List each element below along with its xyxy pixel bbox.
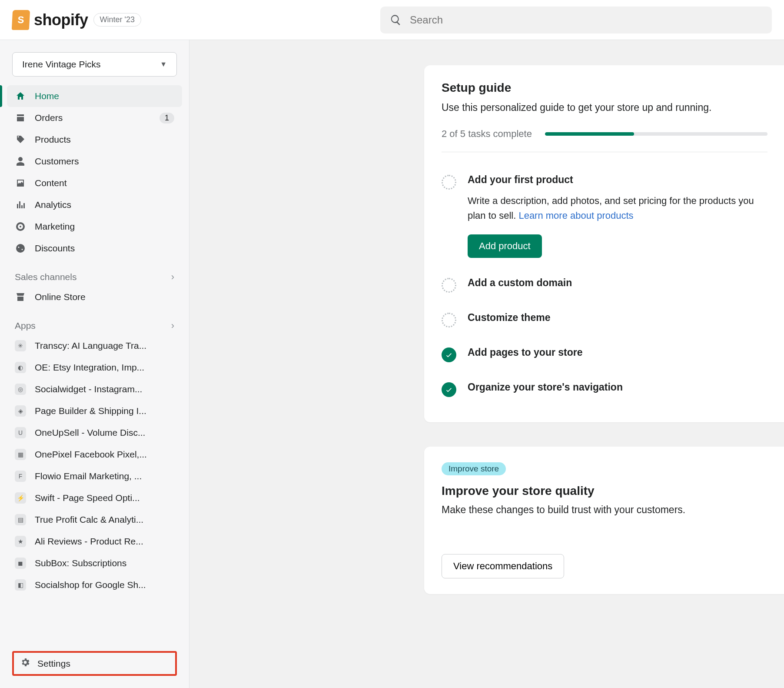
app-item[interactable]: ◎Socialwidget - Instagram...: [7, 378, 182, 400]
orders-badge: 1: [159, 113, 174, 124]
setup-guide-subtitle: Use this personalized guide to get your …: [442, 102, 767, 114]
app-item[interactable]: ★Ali Reviews - Product Re...: [7, 531, 182, 552]
app-label: SubBox: Subscriptions: [35, 558, 174, 568]
apps-list: ✳Transcy: AI Language Tra... ◐OE: Etsy I…: [0, 335, 189, 596]
app-icon: ⚡: [15, 492, 26, 504]
nav-item-home[interactable]: Home: [7, 85, 182, 107]
discounts-icon: [15, 243, 26, 254]
nav-item-discounts[interactable]: Discounts: [7, 237, 182, 259]
app-icon: F: [15, 471, 26, 482]
sidebar: Irene Vintage Picks ▼ Home Orders 1 Prod…: [0, 40, 189, 688]
app-icon: ✳: [15, 340, 26, 351]
app-label: OE: Etsy Integration, Imp...: [35, 362, 174, 373]
top-header: shopify Winter '23: [0, 0, 784, 40]
nav-item-marketing[interactable]: Marketing: [7, 216, 182, 237]
task-title: Customize theme: [468, 312, 767, 324]
task-title: Add your first product: [468, 174, 767, 186]
app-label: True Profit Calc & Analyti...: [35, 514, 174, 525]
search-box[interactable]: [380, 7, 772, 33]
app-item[interactable]: ▦OnePixel Facebook Pixel,...: [7, 444, 182, 465]
add-product-button[interactable]: Add product: [468, 234, 542, 258]
app-icon: ◈: [15, 405, 26, 417]
nav-item-customers[interactable]: Customers: [7, 150, 182, 172]
store-selector[interactable]: Irene Vintage Picks ▼: [12, 52, 177, 77]
app-icon: ◎: [15, 384, 26, 395]
learn-more-link[interactable]: Learn more about products: [518, 210, 633, 221]
winter-badge[interactable]: Winter '23: [93, 13, 141, 27]
app-item[interactable]: ◈Page Builder & Shipping I...: [7, 400, 182, 422]
setup-guide-card: Setup guide Use this personalized guide …: [424, 65, 784, 422]
search-container: [380, 7, 772, 33]
app-item[interactable]: ▤True Profit Calc & Analyti...: [7, 509, 182, 531]
content-icon: [15, 177, 26, 189]
nav-item-online-store[interactable]: Online Store: [7, 286, 182, 308]
search-input[interactable]: [410, 14, 762, 26]
nav-label: Home: [35, 91, 174, 101]
orders-icon: [15, 112, 26, 124]
products-icon: [15, 134, 26, 145]
app-label: Socialshop for Google Sh...: [35, 580, 174, 590]
nav-label: Products: [35, 134, 174, 145]
task-title: Add a custom domain: [468, 277, 767, 289]
nav-section-apps[interactable]: Apps ›: [0, 320, 189, 335]
layout-body: Irene Vintage Picks ▼ Home Orders 1 Prod…: [0, 40, 784, 688]
nav-item-analytics[interactable]: Analytics: [7, 194, 182, 216]
setup-task-add-pages[interactable]: Add pages to your store: [442, 337, 767, 372]
nav-item-content[interactable]: Content: [7, 172, 182, 194]
setup-task-add-product[interactable]: Add your first product Write a descripti…: [442, 164, 767, 267]
sales-channels-list: Online Store: [0, 286, 189, 308]
app-label: Page Builder & Shipping I...: [35, 406, 174, 416]
app-item[interactable]: ◐OE: Etsy Integration, Imp...: [7, 357, 182, 378]
task-title: Add pages to your store: [468, 347, 767, 358]
app-item[interactable]: FFlowio Email Marketing, ...: [7, 465, 182, 487]
app-label: Ali Reviews - Product Re...: [35, 536, 174, 547]
task-title: Organize your store's navigation: [468, 381, 767, 393]
gear-icon: [20, 657, 30, 670]
task-done-icon: [442, 382, 456, 397]
task-status-icon: [442, 175, 456, 190]
app-item[interactable]: UOneUpSell - Volume Disc...: [7, 422, 182, 444]
customers-icon: [15, 156, 26, 167]
store-icon: [15, 291, 26, 303]
app-item[interactable]: ◼SubBox: Subscriptions: [7, 552, 182, 574]
setup-task-custom-domain[interactable]: Add a custom domain: [442, 267, 767, 302]
app-icon: ◼: [15, 558, 26, 569]
app-label: OneUpSell - Volume Disc...: [35, 427, 174, 438]
progress-bar: [545, 132, 767, 136]
nav-item-settings[interactable]: Settings: [12, 651, 177, 676]
nav-section-sales-channels[interactable]: Sales channels ›: [0, 271, 189, 286]
progress-row: 2 of 5 tasks complete: [442, 128, 767, 152]
task-description: Write a description, add photos, and set…: [468, 194, 767, 223]
nav-label: Online Store: [35, 292, 174, 302]
nav-label: Orders: [35, 113, 151, 123]
nav-item-products[interactable]: Products: [7, 129, 182, 150]
chevron-down-icon: ▼: [160, 60, 167, 68]
setup-guide-title: Setup guide: [442, 81, 767, 95]
brand-name: shopify: [34, 11, 88, 29]
improve-title: Improve your store quality: [442, 484, 767, 498]
app-item[interactable]: ⚡Swift - Page Speed Opti...: [7, 487, 182, 509]
setup-task-customize-theme[interactable]: Customize theme: [442, 302, 767, 337]
app-label: Transcy: AI Language Tra...: [35, 341, 174, 351]
nav-item-orders[interactable]: Orders 1: [7, 107, 182, 129]
task-done-icon: [442, 347, 456, 362]
chevron-right-icon: ›: [171, 271, 174, 283]
marketing-icon: [15, 221, 26, 232]
setup-task-organize-nav[interactable]: Organize your store's navigation: [442, 372, 767, 407]
task-body: Add your first product Write a descripti…: [468, 174, 767, 258]
app-icon: ▤: [15, 514, 26, 525]
view-recommendations-button[interactable]: View recommendations: [442, 554, 564, 578]
nav-label: Analytics: [35, 200, 174, 210]
app-item[interactable]: ◧Socialshop for Google Sh...: [7, 574, 182, 596]
app-item[interactable]: ✳Transcy: AI Language Tra...: [7, 335, 182, 357]
store-name: Irene Vintage Picks: [22, 59, 101, 70]
nav-label: Discounts: [35, 243, 174, 254]
nav-label: Content: [35, 178, 174, 188]
nav-label: Marketing: [35, 221, 174, 232]
task-status-icon: [442, 313, 456, 327]
search-icon: [390, 14, 402, 26]
improve-store-card: Improve store Improve your store quality…: [424, 447, 784, 594]
app-label: Flowio Email Marketing, ...: [35, 471, 174, 481]
app-icon: ▦: [15, 449, 26, 460]
brand-logo[interactable]: shopify: [12, 10, 88, 30]
